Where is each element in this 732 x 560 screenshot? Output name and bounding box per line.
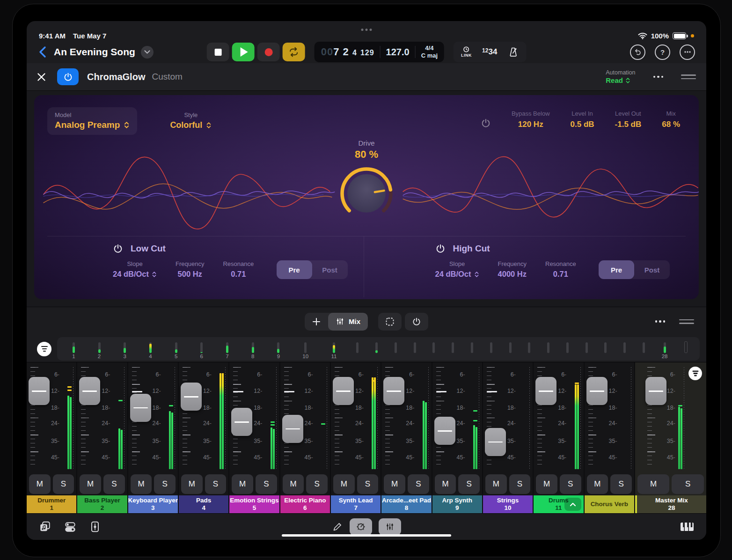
plugin-more-button[interactable] bbox=[653, 76, 664, 78]
solo-button[interactable]: S bbox=[154, 474, 176, 494]
volume-fader[interactable] bbox=[645, 377, 666, 405]
home-indicator[interactable] bbox=[282, 534, 451, 537]
ruler-slot[interactable]: 4 bbox=[138, 339, 163, 360]
track-label[interactable]: Drums11 bbox=[534, 495, 583, 513]
style-select[interactable]: Style Colorful bbox=[170, 107, 212, 130]
keyboard-icon[interactable] bbox=[680, 522, 694, 531]
mute-button[interactable]: M bbox=[80, 474, 101, 494]
pencil-icon[interactable] bbox=[332, 521, 343, 532]
mixer-more-button[interactable] bbox=[655, 320, 666, 323]
ruler-slot[interactable] bbox=[676, 339, 696, 360]
mute-button[interactable]: M bbox=[637, 474, 670, 494]
track-label[interactable]: Emotion Strings5 bbox=[229, 495, 279, 513]
volume-fader[interactable] bbox=[485, 428, 506, 456]
ruler-slot[interactable] bbox=[520, 339, 539, 360]
mute-button[interactable]: M bbox=[485, 474, 507, 494]
post-option[interactable]: Post bbox=[634, 260, 670, 279]
track-onoff-button[interactable] bbox=[405, 313, 428, 331]
ruler-slot[interactable] bbox=[348, 339, 367, 360]
mute-button[interactable]: M bbox=[283, 474, 304, 494]
collapse-stack-button[interactable] bbox=[564, 498, 581, 511]
ruler-slot[interactable] bbox=[558, 339, 577, 360]
undo-button[interactable] bbox=[630, 44, 645, 60]
ruler-slot[interactable] bbox=[367, 339, 386, 360]
volume-fader[interactable] bbox=[383, 377, 404, 405]
mute-button[interactable]: M bbox=[587, 474, 608, 494]
ruler-slot[interactable]: 28 bbox=[653, 339, 676, 360]
master-filter-button[interactable] bbox=[688, 367, 702, 380]
ruler-slot[interactable]: 1 bbox=[61, 339, 87, 360]
tempo-display[interactable]: 127.0 bbox=[386, 47, 410, 58]
solo-button[interactable]: S bbox=[256, 474, 277, 494]
track-label[interactable]: Arp Synth9 bbox=[432, 495, 482, 513]
faders-view-button[interactable] bbox=[379, 518, 401, 535]
solo-button[interactable]: S bbox=[458, 474, 480, 494]
solo-button[interactable]: S bbox=[560, 474, 581, 494]
high-cut-resonance[interactable]: Resonance 0.71 bbox=[545, 260, 576, 279]
stop-button[interactable] bbox=[207, 43, 229, 61]
ruler-slot[interactable]: 8 bbox=[240, 339, 266, 360]
volume-fader[interactable] bbox=[586, 377, 608, 405]
controls-toggles-icon[interactable] bbox=[64, 521, 76, 533]
post-option[interactable]: Post bbox=[312, 260, 348, 279]
solo-button[interactable]: S bbox=[357, 474, 379, 494]
count-in-button[interactable]: 1234 bbox=[482, 47, 497, 57]
track-label[interactable]: Master Mix28 bbox=[635, 495, 706, 513]
low-cut-resonance[interactable]: Resonance 0.71 bbox=[223, 260, 254, 279]
solo-button[interactable]: S bbox=[306, 474, 328, 494]
track-label[interactable]: Bass Player2 bbox=[77, 495, 127, 513]
volume-fader[interactable] bbox=[29, 377, 50, 405]
multitask-dots-icon[interactable] bbox=[361, 29, 372, 31]
ruler-slot[interactable]: 5 bbox=[163, 339, 189, 360]
model-select[interactable]: Model Analog Preamp bbox=[47, 107, 137, 135]
signature-key-display[interactable]: 4/4 C maj bbox=[421, 44, 438, 60]
mute-button[interactable]: M bbox=[384, 474, 405, 494]
high-cut-power-icon[interactable] bbox=[435, 243, 446, 254]
mute-button[interactable]: M bbox=[232, 474, 253, 494]
drive-knob[interactable] bbox=[337, 163, 396, 223]
volume-fader[interactable] bbox=[231, 408, 252, 436]
volume-fader[interactable] bbox=[434, 417, 455, 445]
ruler-slot[interactable]: 2 bbox=[87, 339, 112, 360]
ruler-slot[interactable] bbox=[577, 339, 596, 360]
plugin-power-button[interactable] bbox=[57, 68, 79, 85]
cycle-button[interactable] bbox=[283, 43, 305, 61]
volume-fader[interactable] bbox=[333, 377, 354, 405]
volume-fader[interactable] bbox=[181, 383, 202, 411]
ruler-slot[interactable] bbox=[596, 339, 615, 360]
record-button[interactable] bbox=[257, 43, 280, 61]
pre-option[interactable]: Pre bbox=[599, 260, 634, 279]
mute-button[interactable]: M bbox=[536, 474, 557, 494]
track-label[interactable]: Pads4 bbox=[179, 495, 228, 513]
knobs-view-button[interactable] bbox=[350, 518, 372, 535]
volume-fader[interactable] bbox=[130, 394, 151, 422]
solo-button[interactable]: S bbox=[509, 474, 531, 494]
song-menu-button[interactable] bbox=[141, 46, 154, 59]
ruler-slot[interactable]: 7 bbox=[214, 339, 240, 360]
volume-fader[interactable] bbox=[282, 415, 303, 443]
track-label[interactable]: Drummer1 bbox=[27, 495, 76, 513]
ruler-slot[interactable] bbox=[615, 339, 634, 360]
volume-fader[interactable] bbox=[79, 377, 100, 405]
level-in-control[interactable]: Level In 0.5 dB bbox=[571, 110, 594, 129]
low-cut-power-icon[interactable] bbox=[113, 243, 123, 254]
add-track-button[interactable] bbox=[305, 313, 328, 331]
plugin-resize-handle[interactable] bbox=[681, 74, 696, 79]
ruler-slot[interactable]: 9 bbox=[266, 339, 292, 360]
ruler-slot[interactable] bbox=[443, 339, 462, 360]
song-title[interactable]: An Evening Song bbox=[54, 46, 135, 58]
track-label[interactable]: Chorus Verb bbox=[585, 495, 634, 513]
close-icon[interactable] bbox=[37, 73, 46, 81]
ruler-slot[interactable] bbox=[462, 339, 482, 360]
high-cut-frequency[interactable]: Frequency 4000 Hz bbox=[498, 260, 527, 279]
ruler-slot[interactable] bbox=[482, 339, 501, 360]
high-cut-slope[interactable]: Slope 24 dB/Oct bbox=[435, 260, 479, 279]
mute-button[interactable]: M bbox=[181, 474, 203, 494]
ruler-slot[interactable] bbox=[386, 339, 405, 360]
solo-button[interactable]: S bbox=[672, 474, 704, 494]
loop-browser-icon[interactable] bbox=[39, 521, 51, 533]
track-label[interactable]: Arcade...eet Pad8 bbox=[381, 495, 431, 513]
ruler-slot[interactable] bbox=[539, 339, 558, 360]
track-label[interactable]: Keyboard Player3 bbox=[128, 495, 178, 513]
low-cut-frequency[interactable]: Frequency 500 Hz bbox=[176, 260, 204, 279]
